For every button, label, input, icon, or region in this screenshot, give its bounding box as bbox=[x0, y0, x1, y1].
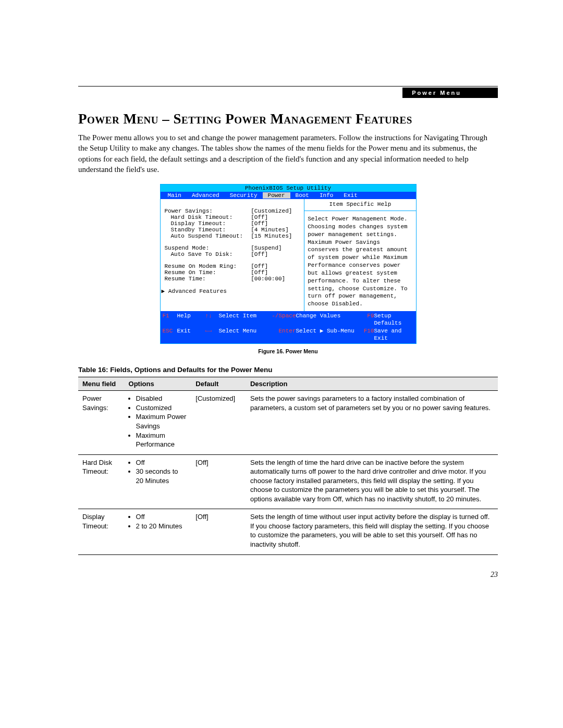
bios-title: PhoenixBIOS Setup Utility bbox=[161, 184, 416, 192]
cell-menu-field: Display Timeout: bbox=[78, 509, 125, 554]
header-bar: Power Menu bbox=[78, 88, 498, 98]
bios-menu-security: Security bbox=[225, 192, 263, 199]
bios-help-panel: Item Specific Help Select Power Manageme… bbox=[304, 199, 415, 311]
bios-menu-info: Info bbox=[314, 192, 338, 199]
bios-field-label: Auto Suspend Timeout: bbox=[165, 233, 251, 239]
bios-field-label: Display Timeout: bbox=[165, 220, 251, 227]
cell-default: [Off] bbox=[191, 509, 246, 554]
table-title: Table 16: Fields, Options and Defaults f… bbox=[78, 366, 498, 374]
footer-setup-defaults: Setup Defaults bbox=[374, 312, 414, 327]
table-row: Power Savings:DisabledCustomizedMaximum … bbox=[78, 391, 498, 454]
bios-field-label: Suspend Mode: bbox=[165, 245, 251, 251]
cell-default: [Off] bbox=[191, 454, 246, 509]
key-f10: F10 bbox=[359, 327, 374, 342]
bios-field-value: [Off] bbox=[251, 220, 301, 227]
key-f1: F1 bbox=[163, 312, 177, 327]
key-leftright: ←→ bbox=[205, 327, 219, 342]
option-item: 2 to 20 Minutes bbox=[136, 522, 188, 531]
footer-select-item: Select Item bbox=[219, 312, 266, 327]
bios-field-label: Standby Timeout: bbox=[165, 227, 251, 233]
bios-row: Auto Suspend Timeout:[15 Minutes] bbox=[165, 233, 301, 239]
bios-menu-exit: Exit bbox=[338, 192, 362, 199]
bios-row: Auto Save To Disk:[Off] bbox=[165, 251, 301, 257]
bios-settings-panel: Power Savings:[Customized]Hard Disk Time… bbox=[161, 199, 305, 311]
bios-help-title: Item Specific Help bbox=[304, 199, 415, 211]
table-row: Display Timeout:Off2 to 20 Minutes[Off]S… bbox=[78, 509, 498, 554]
footer-select-menu: Select Menu bbox=[219, 327, 266, 342]
th-options: Options bbox=[125, 377, 192, 391]
bios-row: Power Savings:[Customized] bbox=[165, 208, 301, 214]
intro-paragraph: The Power menu allows you to set and cha… bbox=[78, 132, 498, 175]
page-number: 23 bbox=[78, 571, 498, 579]
bios-field-value: [Off] bbox=[251, 269, 301, 276]
bios-row: Resume On Time:[Off] bbox=[165, 269, 301, 276]
option-item: Customized bbox=[136, 403, 188, 413]
footer-exit: Exit bbox=[177, 327, 205, 342]
bios-field-value: [Suspend] bbox=[251, 245, 301, 251]
bios-field-label: Resume On Modem Ring: bbox=[165, 263, 251, 269]
bios-field-label: Resume Time: bbox=[165, 276, 251, 282]
bios-field-value: [15 Minutes] bbox=[251, 233, 301, 239]
key-esc: ESC bbox=[163, 327, 177, 342]
bios-field-value: [Off] bbox=[251, 214, 301, 220]
key-enter: Enter bbox=[266, 327, 296, 342]
bios-row: Resume On Modem Ring:[Off] bbox=[165, 263, 301, 269]
cell-options: DisabledCustomizedMaximum Power SavingsM… bbox=[125, 391, 192, 454]
option-item: Disabled bbox=[136, 394, 188, 403]
bios-row: Suspend Mode:[Suspend] bbox=[165, 245, 301, 251]
bios-row: Display Timeout:[Off] bbox=[165, 220, 301, 227]
bios-help-body: Select Power Management Mode. Choosing m… bbox=[308, 215, 412, 308]
bios-field-value: [Off] bbox=[251, 251, 301, 257]
option-item: 30 seconds to 20 Minutes bbox=[136, 467, 188, 485]
cell-default: [Customized] bbox=[191, 391, 246, 454]
cell-options: Off2 to 20 Minutes bbox=[125, 509, 192, 554]
bios-menu-main: Main bbox=[163, 192, 187, 199]
bios-field-label: ▶ Advanced Features bbox=[162, 288, 301, 294]
bios-footer: F1 Help ↑↓ Select Item -/Space Change Va… bbox=[161, 311, 416, 343]
option-item: Maximum Performance bbox=[136, 431, 188, 449]
cell-description: Sets the length of time without user inp… bbox=[246, 509, 498, 554]
cell-options: Off30 seconds to 20 Minutes bbox=[125, 454, 192, 509]
bios-field-value: [Customized] bbox=[251, 208, 301, 214]
bios-field-label: Auto Save To Disk: bbox=[165, 251, 251, 257]
option-item: Off bbox=[136, 458, 188, 467]
bios-field-label: Resume On Time: bbox=[165, 269, 251, 276]
top-rule bbox=[78, 86, 498, 87]
bios-row: Resume Time:[00:00:00] bbox=[165, 276, 301, 282]
key-f9: F9 bbox=[359, 312, 374, 327]
bios-menu-power: Power bbox=[263, 192, 290, 199]
cell-menu-field: Hard Disk Timeout: bbox=[78, 454, 125, 509]
bios-field-label: Power Savings: bbox=[165, 208, 251, 214]
header-tab: Power Menu bbox=[402, 88, 498, 98]
footer-help: Help bbox=[177, 312, 205, 327]
table-header-row: Menu field Options Default Description bbox=[78, 377, 498, 391]
bios-field-value: [Off] bbox=[251, 263, 301, 269]
bios-row: Standby Timeout:[4 Minutes] bbox=[165, 227, 301, 233]
bios-menu-bar: MainAdvancedSecurityPowerBootInfoExit bbox=[161, 192, 416, 199]
bios-field-label: Hard Disk Timeout: bbox=[165, 214, 251, 220]
bios-screenshot: PhoenixBIOS Setup Utility MainAdvancedSe… bbox=[160, 184, 417, 344]
option-item: Off bbox=[136, 512, 188, 522]
footer-save-exit: Save and Exit bbox=[374, 327, 414, 342]
bios-row: Hard Disk Timeout:[Off] bbox=[165, 214, 301, 220]
table-row: Hard Disk Timeout:Off30 seconds to 20 Mi… bbox=[78, 454, 498, 509]
figure-caption: Figure 16. Power Menu bbox=[78, 348, 498, 354]
key-updown: ↑↓ bbox=[205, 312, 219, 327]
cell-description: Sets the power savings parameters to a f… bbox=[246, 391, 498, 454]
option-item: Maximum Power Savings bbox=[136, 412, 188, 430]
bios-field-value: [00:00:00] bbox=[251, 276, 301, 282]
bios-field-value: [4 Minutes] bbox=[251, 227, 301, 233]
key-space: -/Space bbox=[266, 312, 296, 327]
bios-menu-advanced: Advanced bbox=[187, 192, 225, 199]
section-title: Power Menu – Setting Power Management Fe… bbox=[78, 111, 498, 127]
cell-menu-field: Power Savings: bbox=[78, 391, 125, 454]
th-default: Default bbox=[191, 377, 246, 391]
bios-row: ▶ Advanced Features bbox=[165, 288, 301, 294]
th-description: Description bbox=[246, 377, 498, 391]
fields-table: Menu field Options Default Description P… bbox=[78, 377, 498, 554]
bios-menu-boot: Boot bbox=[290, 192, 314, 199]
cell-description: Sets the length of time the hard drive c… bbox=[246, 454, 498, 509]
footer-change-values: Change Values bbox=[296, 312, 359, 327]
th-menu-field: Menu field bbox=[78, 377, 125, 391]
footer-select-submenu: Select ▶ Sub-Menu bbox=[296, 327, 359, 342]
